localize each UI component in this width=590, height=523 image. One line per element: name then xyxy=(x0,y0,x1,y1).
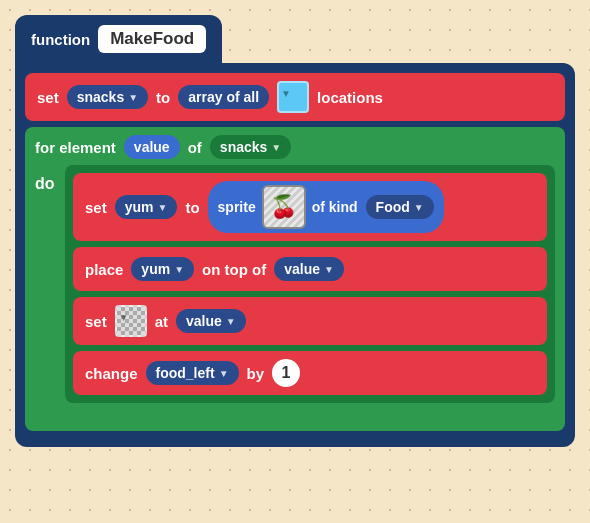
yum-place-label: yum xyxy=(141,261,170,277)
sprite-image[interactable]: 🍒 xyxy=(262,185,306,229)
function-name: MakeFood xyxy=(110,29,194,48)
color-swatch[interactable]: ▼ xyxy=(277,81,309,113)
function-name-box[interactable]: MakeFood xyxy=(98,25,206,53)
set-yum-block: set yum ▼ to sprite 🍒 of kind Food xyxy=(73,173,547,241)
value-place-arrow: ▼ xyxy=(324,264,334,275)
checker-swatch[interactable]: ▼ xyxy=(115,305,147,337)
do-inner: set yum ▼ to sprite 🍒 of kind Food xyxy=(65,165,555,403)
on-top-of-label: on top of xyxy=(202,261,266,278)
food-arrow: ▼ xyxy=(414,202,424,213)
yum-place-arrow: ▼ xyxy=(174,264,184,275)
main-container: function MakeFood set snacks ▼ to array … xyxy=(15,15,575,447)
for-label: for element xyxy=(35,139,116,156)
food-var-dropdown[interactable]: Food ▼ xyxy=(366,195,434,219)
snacks-var-label: snacks xyxy=(77,89,124,105)
value-at-label: value xyxy=(186,313,222,329)
sprite-pill[interactable]: sprite 🍒 of kind Food ▼ xyxy=(208,181,444,233)
set-snacks-block: set snacks ▼ to array of all ▼ locations xyxy=(25,73,565,121)
function-header: function MakeFood xyxy=(15,15,222,63)
amount-circle[interactable]: 1 xyxy=(272,359,300,387)
value-place-dropdown[interactable]: value ▼ xyxy=(274,257,344,281)
set-label-3: set xyxy=(85,313,107,330)
food-left-label: food_left xyxy=(156,365,215,381)
by-label: by xyxy=(247,365,265,382)
place-label: place xyxy=(85,261,123,278)
value-place-label: value xyxy=(284,261,320,277)
set-at-block: set ▼ at value ▼ xyxy=(73,297,547,345)
swatch-dropdown-arrow: ▼ xyxy=(281,88,291,99)
snacks-loop-var[interactable]: snacks ▼ xyxy=(210,135,291,159)
place-block: place yum ▼ on top of value ▼ xyxy=(73,247,547,291)
value-at-dropdown[interactable]: value ▼ xyxy=(176,309,246,333)
food-var-label: Food xyxy=(376,199,410,215)
of-label: of xyxy=(188,139,202,156)
value-label-1: value xyxy=(134,139,170,155)
yum-var-dropdown[interactable]: yum ▼ xyxy=(115,195,178,219)
yum-var-label: yum xyxy=(125,199,154,215)
snacks-loop-label: snacks xyxy=(220,139,267,155)
snacks-loop-arrow: ▼ xyxy=(271,142,281,153)
amount-value: 1 xyxy=(282,364,291,382)
yum-place-dropdown[interactable]: yum ▼ xyxy=(131,257,194,281)
for-loop-block: for element value of snacks ▼ do set xyxy=(25,127,565,431)
checker-arrow: ▼ xyxy=(119,312,129,323)
outer-wrapper: set snacks ▼ to array of all ▼ locations… xyxy=(15,63,575,447)
set-label-2: set xyxy=(85,199,107,216)
of-kind-label: of kind xyxy=(312,199,358,215)
value-at-arrow: ▼ xyxy=(226,316,236,327)
change-block: change food_left ▼ by 1 xyxy=(73,351,547,395)
do-label: do xyxy=(35,175,59,193)
food-left-arrow: ▼ xyxy=(219,368,229,379)
snacks-dropdown-arrow: ▼ xyxy=(128,92,138,103)
do-section: do set yum ▼ to sprite 🍒 of kind xyxy=(35,165,555,403)
function-keyword: function xyxy=(31,31,90,48)
array-of-all-label: array of all xyxy=(188,89,259,105)
sprite-label: sprite xyxy=(218,199,256,215)
change-label: change xyxy=(85,365,138,382)
value-var-1[interactable]: value xyxy=(124,135,180,159)
snacks-var-dropdown[interactable]: snacks ▼ xyxy=(67,85,148,109)
array-of-all-pill[interactable]: array of all xyxy=(178,85,269,109)
for-bottom-notch xyxy=(35,403,555,423)
for-header: for element value of snacks ▼ xyxy=(35,135,555,159)
yum-arrow: ▼ xyxy=(157,202,167,213)
to-label-1: to xyxy=(156,89,170,106)
set-label-1: set xyxy=(37,89,59,106)
to-label-2: to xyxy=(185,199,199,216)
food-left-dropdown[interactable]: food_left ▼ xyxy=(146,361,239,385)
at-label: at xyxy=(155,313,168,330)
locations-label: locations xyxy=(317,89,383,106)
